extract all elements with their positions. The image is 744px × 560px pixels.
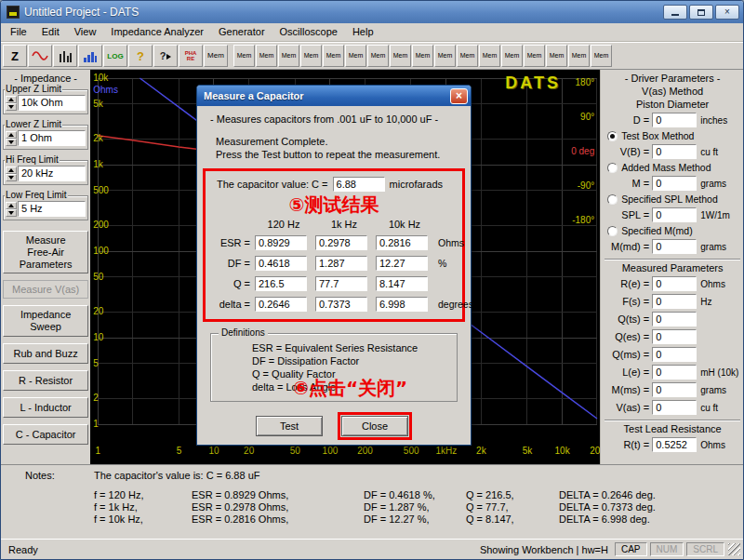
notes-cell: Q = 8.147, [466,513,559,526]
spin-down-button[interactable] [6,103,17,111]
minimize-button[interactable] [663,5,687,20]
mem-slot-button[interactable]: Mem [546,45,567,67]
v-b-unit: cu ft [697,147,718,157]
maximize-button[interactable] [689,5,713,20]
dialog-title-bar[interactable]: Measure a Capacitor × [197,86,471,106]
specified-m-md-radio[interactable]: Specified M(md) [607,224,741,237]
mem-slot-button[interactable]: Mem [300,45,322,67]
impedance-z-button[interactable]: Z [3,45,27,67]
context-help-button[interactable]: ? [153,45,178,67]
up-arrow-icon [8,98,14,101]
spinner [6,202,17,217]
mem-slot-button[interactable]: Mem [367,45,389,67]
q-es-input[interactable]: 0 [652,329,697,344]
lower-z-limit-input[interactable]: 1 Ohm [18,130,86,146]
mem-slot-button[interactable]: Mem [278,45,299,67]
x-axis-label: 5 [167,446,192,457]
resize-grip[interactable] [728,543,740,555]
param-name: Q = [209,278,252,289]
c-capacitor-button[interactable]: C - Capacitor [3,424,88,445]
mem-slot-button[interactable]: Mem [479,45,500,67]
dialog-close-button[interactable]: × [450,88,468,104]
f-s-unit: Hz [697,297,711,307]
waveform-button[interactable] [28,45,52,67]
status-ready: Ready [4,544,480,555]
mem-slot-button[interactable]: Mem [233,45,255,67]
mem-slot-button[interactable]: Mem [390,45,411,67]
impedance-sweep-button[interactable]: Impedance Sweep [3,305,88,337]
spin-up-button[interactable] [6,202,17,209]
close-button[interactable]: × [715,5,739,20]
mem-slot-button[interactable]: Mem [412,45,433,67]
mem-slot-button[interactable]: Mem [256,45,277,67]
test-button[interactable]: Test [256,416,323,436]
m-md-input[interactable]: 0 [652,239,697,254]
l-inductor-button[interactable]: L - Inductor [3,397,88,418]
driver-parameters-panel: - Driver Parameters - V(as) Method Pisto… [600,70,743,464]
mem-slot-button[interactable]: Mem [434,45,456,67]
mem-slot-button[interactable]: Mem [524,45,545,67]
notes-cell: DELTA = 6.998 deg. [559,513,739,526]
menu-impedance-analyzer[interactable]: Impedance Analyzer [103,23,211,41]
y-axis-label: 1 [93,419,99,430]
mem-slot-button[interactable]: Mem [457,45,478,67]
d-input[interactable]: 0 [652,113,697,127]
close-dialog-button[interactable]: Close [341,416,408,436]
mem-slot-button[interactable]: Mem [568,45,590,67]
test-box-method-radio[interactable]: Test Box Method [607,129,741,142]
q-ms-input[interactable]: 0 [652,347,697,362]
measure-free-air-parameters-button[interactable]: Measure Free-Air Parameters [3,231,88,273]
r-e-input[interactable]: 0 [652,276,697,291]
notes-cell: ESR = 0.2816 Ohms, [192,513,364,526]
phase-button[interactable]: PHARE [179,45,203,67]
menu-help[interactable]: Help [345,23,381,41]
menu-edit[interactable]: Edit [34,23,67,41]
mem-slot-button[interactable]: Mem [323,45,344,67]
menu-oscilloscope[interactable]: Oscilloscope [272,23,345,41]
bars-button[interactable] [53,45,77,67]
menu-view[interactable]: View [67,23,104,41]
low-freq-limit-input[interactable]: 5 Hz [18,201,86,217]
test-box-method-label: Test Box Method [621,130,694,141]
help-button[interactable]: ? [128,45,153,67]
q-es-row: Q(es) =0 [604,328,741,345]
spin-up-button[interactable] [6,96,17,103]
r-resistor-button[interactable]: R - Resistor [3,370,88,391]
m-ms-input[interactable]: 0 [652,382,697,397]
notes-cell: f = 1k Hz, [94,501,192,513]
v-b-row: V(B) =0cu ft [604,143,741,160]
q-ts-input[interactable]: 0 [652,312,697,327]
spin-down-button[interactable] [6,174,17,181]
added-mass-method-radio[interactable]: Added Mass Method [607,161,741,174]
upper-z-limit-input[interactable]: 10k Ohm [18,95,86,111]
l-e-input[interactable]: 0 [652,365,697,380]
f-s-input[interactable]: 0 [652,294,697,309]
app-window: Untitled Project - DATS × FileEditViewIm… [0,0,744,560]
param-value-field: 216.5 [255,276,307,291]
q-ms-label: Q(ms) = [604,349,652,360]
v-as-input[interactable]: 0 [652,400,697,415]
v-b-input[interactable]: 0 [652,144,697,159]
mem-icon: Mem [326,52,341,60]
param-value-field: 0.2978 [315,235,367,250]
x-axis-label: 1 [90,446,110,457]
mem-slot-button[interactable]: Mem [501,45,523,67]
spin-up-button[interactable] [6,167,17,174]
radio-icon [607,226,618,236]
mem-slot-button[interactable]: Mem [345,45,366,67]
mem-slot-button[interactable]: Mem [591,45,612,67]
specified-spl-method-radio[interactable]: Specified SPL Method [607,193,741,206]
memory-button[interactable]: Mem [204,45,228,67]
log-scale-button[interactable]: LOG [103,45,127,67]
m-input[interactable]: 0 [652,176,697,191]
spin-down-button[interactable] [6,139,17,146]
r-t-input[interactable]: 0.5252 [652,437,697,452]
rub-and-buzz-button[interactable]: Rub and Buzz [3,343,88,364]
spl-input[interactable]: 0 [652,207,697,222]
spin-up-button[interactable] [6,131,17,139]
graph-button[interactable] [78,45,102,67]
spin-down-button[interactable] [6,209,17,217]
menu-file[interactable]: File [3,23,34,41]
hi-freq-limit-input[interactable]: 20 kHz [18,166,86,181]
menu-generator[interactable]: Generator [211,23,272,41]
